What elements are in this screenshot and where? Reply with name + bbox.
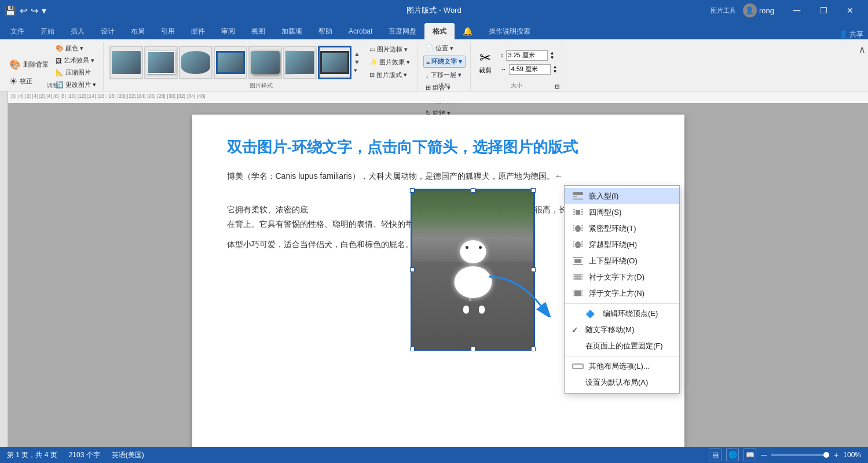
tab-acrobat[interactable]: Acrobat (340, 23, 380, 39)
svg-rect-36 (574, 291, 581, 296)
svg-rect-20 (573, 244, 574, 245)
behind-label: 衬于文字下方(D) (589, 272, 644, 282)
zoom-in-btn[interactable]: + (834, 450, 838, 460)
menu-item-default[interactable]: 设置为默认布局(A) (565, 374, 679, 391)
pic-style-3[interactable] (179, 46, 213, 79)
user-name[interactable]: rong (759, 6, 774, 15)
behind-wrap-icon (572, 272, 584, 282)
menu-item-behind[interactable]: 衬于文字下方(D) (565, 269, 679, 285)
vertical-ruler (0, 103, 8, 447)
tab-design[interactable]: 设计 (93, 23, 123, 39)
svg-rect-9 (581, 211, 583, 212)
menu-item-front[interactable]: 浮于文字上方(N) (565, 285, 679, 302)
menu-item-move-with[interactable]: ✓ 随文字移动(M) (565, 322, 679, 338)
tab-notify[interactable]: 🔔 (455, 23, 481, 39)
pic-style-4[interactable] (214, 46, 247, 79)
width-input[interactable] (509, 64, 551, 75)
zoom-level[interactable]: 100% (843, 451, 861, 459)
art-effect-button[interactable]: 🖼艺术效果 ▾ (53, 55, 98, 66)
pic-style-6[interactable] (283, 46, 317, 79)
tab-insert[interactable]: 插入 (63, 23, 93, 39)
tab-addins[interactable]: 加载项 (273, 23, 310, 39)
pic-effect-button[interactable]: ✨图片效果 ▾ (367, 57, 412, 68)
svg-rect-23 (581, 244, 583, 245)
gallery-down[interactable]: ▼ (354, 58, 360, 65)
tab-format[interactable]: 格式 (424, 23, 455, 39)
menu-item-topbottom[interactable]: 上下型环绕(O) (565, 253, 679, 269)
tab-home[interactable]: 开始 (32, 23, 63, 39)
pic-style-5[interactable] (248, 46, 282, 79)
crop-button[interactable]: ✂ 裁剪 (477, 47, 494, 77)
tab-help[interactable]: 帮助 (310, 23, 340, 39)
title-right: 图片工具 👤 rong ─ ❐ ✕ (710, 0, 863, 21)
doc-image[interactable] (411, 189, 535, 351)
tab-baidu[interactable]: 百度网盘 (380, 23, 424, 39)
move-down-button[interactable]: ↓下移一层 ▾ (423, 69, 465, 80)
svg-rect-31 (573, 276, 583, 277)
pic-style-7[interactable] (318, 46, 351, 79)
pic-style-2[interactable] (144, 46, 178, 79)
front-label: 浮于文字上方(N) (589, 288, 644, 299)
svg-rect-19 (573, 241, 574, 242)
close-button[interactable]: ✕ (837, 0, 863, 21)
view-print-btn[interactable]: ▤ (709, 449, 721, 461)
width-field: ↔ ▲▼ (501, 64, 558, 75)
size-expand-icon[interactable]: ⊡ (555, 83, 559, 90)
inline-label: 嵌入型(I) (589, 191, 618, 201)
word-count: 2103 个字 (69, 450, 100, 460)
minimize-button[interactable]: ─ (783, 0, 810, 21)
more-options-icon (572, 361, 584, 372)
topbottom-wrap-icon (572, 256, 584, 266)
tab-file[interactable]: 文件 (2, 23, 32, 39)
menu-item-square[interactable]: 四周型(S) (565, 204, 679, 221)
document-viewport: 双击图片-环绕文字，点击向下箭头，选择图片的版式 博美（学名：Canis lup… (8, 103, 868, 447)
menu-sep-2 (565, 356, 679, 357)
wrap-text-menu: 嵌入型(I) 四周型(S) (564, 185, 680, 394)
color-button[interactable]: 🎨颜色 ▾ (53, 43, 98, 54)
view-read-btn[interactable]: 📖 (744, 449, 756, 461)
status-bar: 第 1 页，共 4 页 2103 个字 英语(美国) ▤ 🌐 📖 ─ + 100… (0, 447, 868, 463)
menu-item-through[interactable]: 穿越型环绕(H) (565, 237, 679, 253)
menu-item-more[interactable]: 其他布局选项(L)... (565, 358, 679, 374)
wrap-text-button[interactable]: ≡环绕文字 ▾ (423, 56, 465, 68)
view-web-btn[interactable]: 🌐 (726, 449, 739, 461)
tab-search[interactable]: 操作说明搜索 (481, 23, 539, 39)
menu-item-tight[interactable]: 紧密型环绕(T) (565, 221, 679, 237)
doc-heading: 双击图片-环绕文字，点击向下箭头，选择图片的版式 (227, 138, 650, 157)
height-input[interactable] (506, 50, 548, 61)
share-button[interactable]: 👤 共享 (839, 30, 863, 39)
height-spinner[interactable]: ▲▼ (550, 51, 555, 60)
width-spinner[interactable]: ▲▼ (553, 65, 558, 74)
tab-mailings[interactable]: 邮件 (183, 23, 213, 39)
pic-style-1[interactable] (109, 46, 143, 79)
change-button[interactable]: 🔄更改图片 ▾ (53, 79, 98, 90)
svg-rect-21 (573, 246, 574, 247)
pic-border-button[interactable]: ▭图片边框 ▾ (367, 44, 412, 55)
tab-view[interactable]: 视图 (243, 23, 273, 39)
tab-references[interactable]: 引用 (153, 23, 183, 39)
correct-button[interactable]: ☀ 校正 (7, 74, 51, 89)
ribbon-collapse-button[interactable]: ∧ (859, 44, 866, 55)
topbottom-label: 上下型环绕(O) (589, 256, 638, 266)
svg-rect-4 (576, 210, 580, 215)
redo-icon[interactable]: ↪ (31, 5, 38, 16)
gallery-up[interactable]: ▲ (354, 50, 360, 57)
position-button[interactable]: 📄位置 ▾ (423, 43, 465, 54)
pic-layout-button[interactable]: ⊞图片版式 ▾ (367, 69, 412, 80)
menu-item-fix-pos[interactable]: 在页面上的位置固定(F) (565, 338, 679, 354)
page-info: 第 1 页，共 4 页 (7, 450, 57, 460)
tab-review[interactable]: 审阅 (213, 23, 243, 39)
menu-item-inline[interactable]: 嵌入型(I) (565, 188, 679, 204)
restore-button[interactable]: ❐ (810, 0, 837, 21)
zoom-slider[interactable] (771, 454, 829, 456)
menu-item-edit-points[interactable]: 🔷 编辑环绕顶点(E) (565, 306, 679, 322)
gallery-more[interactable]: ▾ (354, 67, 360, 74)
compress-button[interactable]: 📐压缩图片 (53, 67, 98, 78)
undo-icon[interactable]: ↩ (20, 5, 27, 16)
zoom-out-btn[interactable]: ─ (761, 450, 767, 460)
save-icon[interactable]: 💾 (5, 5, 16, 16)
tab-layout[interactable]: 布局 (123, 23, 153, 39)
svg-rect-27 (573, 257, 583, 258)
remove-bg-button[interactable]: 🎨 删除背景 (7, 57, 51, 72)
customize-icon[interactable]: ▾ (42, 5, 46, 16)
